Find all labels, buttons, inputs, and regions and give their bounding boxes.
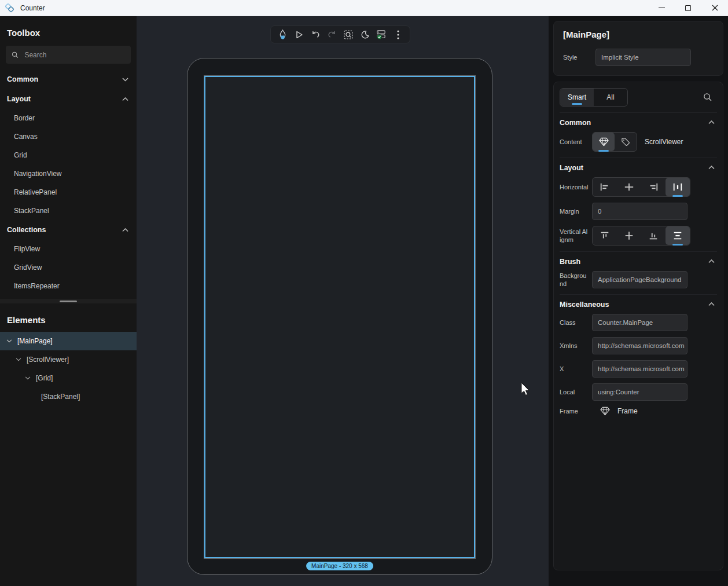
frame-label: Frame [560,407,592,415]
tree-node-stackpanel[interactable]: [StackPanel] [0,387,137,406]
style-input[interactable]: Implicit Style [595,49,691,66]
horizontal-alignment-label: Horizontal [560,183,592,191]
chevron-down-icon [16,358,21,361]
app-logo-icon [5,3,14,13]
section-brush[interactable]: Brush [560,251,717,271]
section-layout[interactable]: Layout [560,158,717,177]
minimize-button[interactable] [648,0,675,16]
properties-tabs: Smart All [560,88,628,107]
gem-icon [600,406,610,416]
elements-tree: [MainPage] [ScrollViewer] [Grid] [StackP… [0,332,137,586]
xmlns-label: Xmlns [560,342,592,350]
align-center-h-button[interactable] [617,178,641,196]
zoom-fit-icon[interactable] [341,27,356,42]
align-right-button[interactable] [641,178,666,196]
page-size-badge: MainPage - 320 x 568 [306,562,373,570]
content-mode-toggle [592,132,637,152]
tree-node-mainpage[interactable]: [MainPage] [0,332,137,350]
toolbox-search[interactable] [6,46,131,64]
stretch-h-button[interactable] [666,178,690,196]
connection-status-ok-icon[interactable] [374,27,389,42]
stretch-v-button[interactable] [666,226,690,245]
align-left-button[interactable] [593,178,617,196]
x-label: X [560,365,592,373]
properties-search-icon[interactable] [703,93,712,102]
align-right-icon [648,182,659,192]
undo-icon[interactable] [308,27,323,42]
chevron-up-icon [122,97,128,101]
local-input[interactable]: using:Counter [592,383,687,401]
mouse-cursor [521,382,531,397]
panel-splitter[interactable] [0,299,137,303]
selected-element-title: [MainPage] [563,30,714,39]
stretch-h-icon [672,182,683,192]
background-label: Background [560,272,592,288]
toolbox-title: Toolbox [0,16,137,45]
chevron-up-icon [708,259,715,263]
toolbox-search-input[interactable] [24,51,125,59]
chevron-down-icon [122,78,128,82]
local-label: Local [560,388,592,396]
x-input[interactable]: http://schemas.microsoft.com [592,360,687,378]
close-button[interactable] [701,0,728,16]
device-frame: MainPage - 320 x 568 [187,58,492,575]
tree-node-grid[interactable]: [Grid] [0,369,137,387]
chevron-down-icon [6,339,12,343]
align-center-v-button[interactable] [617,226,641,245]
play-icon[interactable] [292,27,307,42]
splitter-grip [60,301,77,302]
margin-input[interactable]: 0 [592,203,687,220]
stretch-v-icon [672,231,683,240]
toolbox-item-itemsrepeater[interactable]: ItemsRepeater [0,277,137,295]
frame-value: Frame [617,407,638,415]
theme-moon-icon[interactable] [358,27,373,42]
redo-icon[interactable] [325,27,340,42]
chevron-up-icon [708,120,715,124]
horizontal-alignment-group [592,177,690,197]
toolbox-section-common[interactable]: Common [0,69,137,89]
chevron-down-icon [25,376,31,380]
toolbox-item-navigationview[interactable]: NavigationView [0,164,137,183]
style-label: Style [563,53,595,61]
align-left-icon [600,182,610,192]
properties-card: Smart All Common Content [553,82,723,570]
class-input[interactable]: Counter.MainPage [592,314,687,331]
content-binding-button[interactable] [615,133,637,151]
toolbox-section-layout[interactable]: Layout [0,89,137,109]
toolbox-item-canvas[interactable]: Canvas [0,127,137,146]
close-icon [712,5,718,11]
align-bottom-button[interactable] [641,226,666,245]
chevron-up-icon [122,228,128,232]
align-top-button[interactable] [593,226,617,245]
tab-smart[interactable]: Smart [560,89,594,106]
search-icon [12,51,19,59]
background-input[interactable]: ApplicationPageBackground [592,271,687,288]
toolbox-item-gridview[interactable]: GridView [0,258,137,277]
content-element-button[interactable] [593,133,615,151]
tab-all[interactable]: All [594,89,627,106]
section-common[interactable]: Common [560,112,717,132]
section-miscellaneous[interactable]: Miscellaneous [560,294,717,314]
toolbox-section-collections[interactable]: Collections [0,220,137,240]
elements-title: Elements [0,303,137,332]
minimize-icon [659,8,665,8]
align-center-h-icon [624,182,634,192]
xmlns-input[interactable]: http://schemas.microsoft.com [592,337,687,354]
hot-reload-flame-icon[interactable] [275,27,290,42]
toolbox-item-relativepanel[interactable]: RelativePanel [0,183,137,202]
maximize-button[interactable] [675,0,701,16]
tag-icon [621,137,630,146]
design-canvas[interactable]: MainPage - 320 x 568 [137,16,549,586]
vertical-alignment-group [592,226,690,246]
toolbox-item-border[interactable]: Border [0,109,137,127]
toolbox-item-flipview[interactable]: FlipView [0,240,137,258]
toolbox-panel: Toolbox Common Layout Border Canvas Grid… [0,16,137,586]
toolbox-item-grid[interactable]: Grid [0,146,137,164]
app-title: Counter [20,4,45,12]
design-page-surface[interactable] [204,75,476,559]
more-options-icon[interactable] [391,27,406,42]
toolbox-item-stackpanel[interactable]: StackPanel [0,202,137,220]
class-label: Class [560,318,592,327]
tree-node-scrollviewer[interactable]: [ScrollViewer] [0,350,137,369]
properties-panel: [MainPage] Style Implicit Style Smart Al… [549,16,728,586]
